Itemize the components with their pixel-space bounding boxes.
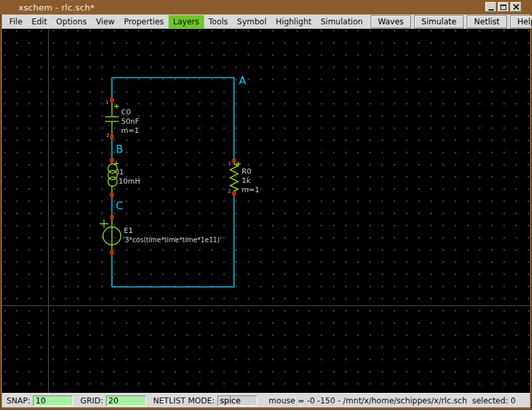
schematic-drawing: 1 2 C0 50nF m=1 l1 10mH (2, 29, 530, 393)
capacitor-pin2-number: 2 (107, 133, 109, 138)
maximize-icon (500, 5, 506, 10)
menubar: File Edit Options View Properties Layers… (2, 14, 530, 29)
capacitor-value[interactable]: 50nF (121, 117, 139, 126)
capacitor-ref[interactable]: C0 (121, 108, 131, 116)
resistor-pin2-number: 2 (228, 189, 231, 194)
netlist-mode-input[interactable] (217, 396, 257, 406)
minimize-icon (489, 9, 494, 11)
source-pin2[interactable] (110, 251, 114, 255)
inductor-pin2[interactable] (110, 193, 114, 197)
close-icon (513, 4, 519, 10)
maximize-button[interactable] (498, 2, 509, 12)
menu-properties[interactable]: Properties (119, 15, 169, 28)
capacitor-pin2[interactable] (110, 135, 114, 139)
menu-layers[interactable]: Layers (169, 15, 204, 28)
source-value[interactable]: '3*cos(time*time*time*1e11)' (123, 236, 222, 243)
source-plus-mark (100, 220, 109, 228)
schematic-canvas[interactable]: 1 2 C0 50nF m=1 l1 10mH (2, 29, 530, 393)
capacitor-plus-mark (115, 104, 119, 109)
resistor-mult[interactable]: m=1 (242, 186, 259, 194)
capacitor-symbol[interactable]: 1 2 C0 50nF m=1 (105, 98, 140, 139)
minimize-button[interactable] (485, 2, 496, 12)
resistor-ref[interactable]: R0 (242, 167, 252, 176)
inductor-pin1[interactable] (110, 158, 114, 162)
mouse-status: mouse = -0 -150 - /mnt/x/home/schippes/x… (269, 396, 516, 405)
net-label-c[interactable]: C (116, 199, 123, 212)
source-pin1[interactable] (110, 215, 114, 219)
resistor-pin2[interactable] (232, 192, 236, 195)
grid-input[interactable] (106, 396, 146, 406)
menu-edit[interactable]: Edit (27, 15, 51, 28)
menu-symbol[interactable]: Symbol (232, 15, 271, 28)
snap-input[interactable] (33, 396, 73, 406)
inductor-plus-mark (114, 161, 119, 166)
window-controls (485, 2, 521, 12)
net-label-a[interactable]: A (239, 74, 246, 87)
statusbar: SNAP: GRID: NETLIST MODE: mouse = -0 -15… (2, 393, 530, 407)
inductor-value[interactable]: 10mH (119, 177, 140, 186)
menu-view[interactable]: View (92, 15, 119, 28)
menu-tools[interactable]: Tools (204, 15, 233, 28)
snap-label: SNAP: (7, 396, 30, 405)
grid-label: GRID: (80, 396, 103, 405)
netlist-button[interactable]: Netlist (467, 15, 507, 28)
voltage-source-symbol[interactable]: E1 '3*cos(time*time*time*1e11)' (100, 215, 222, 255)
menu-options[interactable]: Options (51, 15, 91, 28)
netlist-mode-label: NETLIST MODE: (153, 396, 215, 405)
titlebar[interactable]: xschem - rlc.sch* (0, 0, 532, 14)
source-ref[interactable]: E1 (124, 226, 133, 235)
inductor-symbol[interactable]: l1 10mH (108, 158, 140, 197)
capacitor-pin1[interactable] (110, 98, 114, 102)
menu-simulation[interactable]: Simulation (316, 15, 367, 28)
resistor-pin1[interactable] (232, 159, 236, 163)
resistor-value[interactable]: 1k (242, 176, 251, 185)
capacitor-pin1-number: 1 (106, 100, 109, 105)
capacitor-mult[interactable]: m=1 (121, 126, 139, 135)
xschem-window: xschem - rlc.sch* File Edit Options View… (0, 0, 532, 410)
menu-highlight[interactable]: Highlight (271, 15, 316, 28)
net-label-b[interactable]: B (116, 143, 123, 155)
menu-file[interactable]: File (5, 15, 27, 28)
resistor-symbol[interactable]: 1 2 R0 1k m=1 (228, 159, 259, 195)
inductor-ref[interactable]: l1 (117, 168, 124, 176)
resistor-pin1-number: 1 (228, 161, 231, 167)
close-button[interactable] (510, 2, 521, 12)
waves-button[interactable]: Waves (371, 15, 411, 28)
help-button[interactable]: Help (510, 15, 532, 28)
window-title: xschem - rlc.sch* (18, 3, 95, 13)
simulate-button[interactable]: Simulate (414, 15, 464, 28)
